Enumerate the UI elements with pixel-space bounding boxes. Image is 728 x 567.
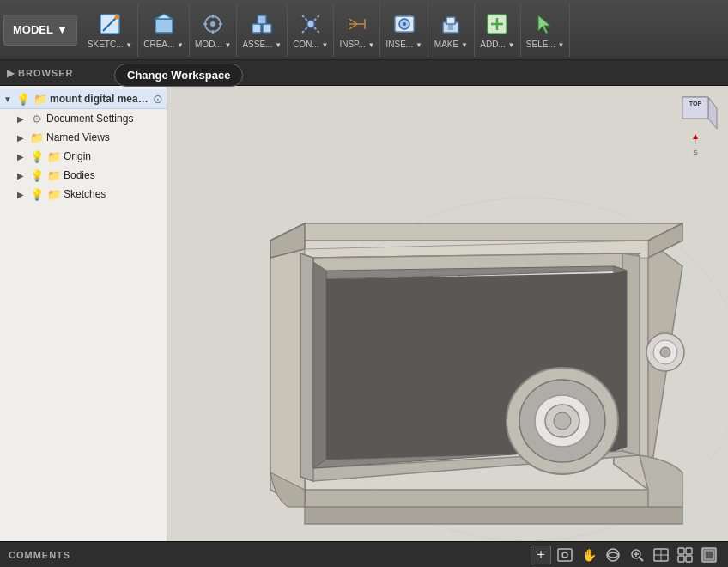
svg-rect-80 bbox=[678, 548, 684, 554]
bodies-label: Bodies bbox=[64, 169, 95, 181]
browser-bar: ▶ BROWSER Change Workspace bbox=[0, 60, 728, 86]
add-comment-button[interactable]: ＋ bbox=[531, 546, 551, 564]
svg-rect-24 bbox=[446, 17, 455, 24]
svg-point-71 bbox=[562, 552, 567, 558]
model-button[interactable]: MODEL ▼ bbox=[3, 15, 77, 46]
root-pin-icon: ⊙ bbox=[153, 92, 163, 106]
svg-marker-39 bbox=[305, 507, 682, 524]
svg-line-74 bbox=[640, 558, 643, 561]
make-label: MAKE ▼ bbox=[434, 40, 468, 49]
construct-icon bbox=[297, 10, 325, 38]
browser-panel: ▼ 💡 📁 mount digital measured rev... ⊙ ▶ … bbox=[0, 86, 167, 541]
named-views-folder-icon: 📁 bbox=[29, 130, 45, 145]
modify-icon bbox=[199, 10, 227, 38]
root-label: mount digital measured rev... bbox=[50, 93, 153, 105]
svg-marker-58 bbox=[313, 262, 326, 468]
svg-rect-85 bbox=[705, 551, 713, 559]
sketch-icon bbox=[96, 10, 124, 38]
svg-marker-44 bbox=[270, 223, 682, 241]
add-icon bbox=[483, 10, 511, 38]
model-dropdown-arrow: ▼ bbox=[57, 23, 68, 36]
toolbar-inspect[interactable]: INSP... ▼ bbox=[334, 3, 380, 57]
fullscreen-button[interactable] bbox=[699, 546, 719, 564]
root-folder-icon: 📁 bbox=[33, 91, 48, 107]
browser-label: BROWSER bbox=[18, 68, 73, 78]
sketches-bulb-icon: 💡 bbox=[29, 186, 45, 202]
pan-button[interactable]: ✋ bbox=[579, 546, 599, 564]
root-lightbulb-icon: 💡 bbox=[15, 91, 31, 107]
assemble-icon bbox=[248, 10, 276, 38]
toolbar-construct[interactable]: CON... ▼ bbox=[288, 3, 334, 57]
bodies-bulb-icon: 💡 bbox=[29, 168, 45, 183]
browser-expand-arrow[interactable]: ▶ bbox=[7, 67, 15, 79]
svg-rect-81 bbox=[686, 548, 692, 554]
create-icon bbox=[150, 10, 178, 38]
svg-rect-11 bbox=[252, 24, 261, 33]
svg-point-22 bbox=[403, 22, 406, 26]
toolbar-select[interactable]: SELE... ▼ bbox=[521, 3, 571, 57]
tree-item-origin[interactable]: ▶ 💡 📁 Origin bbox=[0, 147, 167, 166]
origin-folder-icon: 📁 bbox=[46, 149, 62, 164]
toolbar-insert[interactable]: INSE... ▼ bbox=[380, 3, 428, 57]
bodies-arrow: ▶ bbox=[17, 171, 29, 180]
doc-settings-arrow: ▶ bbox=[17, 114, 29, 124]
origin-arrow: ▶ bbox=[17, 152, 29, 162]
inspect-icon bbox=[343, 10, 371, 38]
tree-item-bodies[interactable]: ▶ 💡 📁 Bodies bbox=[0, 166, 167, 185]
tree-item-sketches[interactable]: ▶ 💡 📁 Sketches bbox=[0, 185, 167, 204]
svg-marker-54 bbox=[300, 253, 313, 481]
comments-label: COMMENTS bbox=[9, 550, 70, 560]
sketches-label: Sketches bbox=[64, 188, 106, 200]
svg-point-6 bbox=[210, 21, 215, 27]
toolbar-assemble[interactable]: ASSE... ▼ bbox=[237, 3, 288, 57]
toolbar-make[interactable]: MAKE ▼ bbox=[428, 3, 475, 57]
svg-point-72 bbox=[607, 549, 619, 561]
main-area: ▼ 💡 📁 mount digital measured rev... ⊙ ▶ … bbox=[0, 86, 728, 541]
add-label: ADD... ▼ bbox=[480, 40, 514, 49]
inspect-label: INSP... ▼ bbox=[339, 40, 374, 49]
svg-marker-31 bbox=[708, 97, 717, 129]
toolbar-create[interactable]: CREA... ▼ bbox=[138, 3, 190, 57]
view-mode-button[interactable] bbox=[651, 546, 671, 564]
tree-item-named-views[interactable]: ▶ 📁 Named Views bbox=[0, 128, 167, 147]
assemble-label: ASSE... ▼ bbox=[242, 40, 282, 49]
3d-viewport[interactable]: TOP S bbox=[167, 86, 728, 541]
svg-rect-12 bbox=[263, 24, 271, 33]
svg-rect-70 bbox=[558, 549, 572, 561]
svg-point-2 bbox=[115, 15, 119, 20]
gear-icon: ⚙ bbox=[29, 111, 45, 126]
display-mode-button[interactable] bbox=[555, 546, 575, 564]
construct-label: CON... ▼ bbox=[293, 40, 328, 49]
toolbar-sketch[interactable]: SKETC... ▼ bbox=[82, 3, 138, 57]
insert-icon bbox=[391, 10, 418, 38]
toolbar-modify[interactable]: MOD... ▼ bbox=[190, 3, 237, 57]
tree-root: ▼ 💡 📁 mount digital measured rev... ⊙ ▶ … bbox=[0, 86, 167, 207]
bottom-icons: ＋ ✋ bbox=[531, 546, 719, 564]
tree-root-item[interactable]: ▼ 💡 📁 mount digital measured rev... ⊙ bbox=[0, 89, 167, 109]
svg-marker-38 bbox=[270, 490, 682, 507]
origin-label: Origin bbox=[64, 150, 91, 162]
origin-bulb-icon: 💡 bbox=[29, 149, 45, 164]
svg-marker-41 bbox=[270, 241, 305, 507]
tree-item-doc-settings[interactable]: ▶ ⚙ Document Settings bbox=[0, 109, 167, 128]
svg-rect-13 bbox=[258, 15, 266, 24]
make-icon bbox=[437, 10, 464, 38]
3d-model bbox=[202, 129, 728, 541]
root-collapse-arrow: ▼ bbox=[3, 94, 15, 104]
zoom-button[interactable] bbox=[627, 546, 647, 564]
main-toolbar: MODEL ▼ SKETC... ▼ CREA... ▼ bbox=[0, 0, 728, 60]
orbit-button[interactable] bbox=[603, 546, 623, 564]
svg-rect-3 bbox=[155, 19, 173, 33]
svg-point-69 bbox=[660, 347, 670, 357]
svg-rect-83 bbox=[686, 556, 692, 562]
named-views-label: Named Views bbox=[46, 131, 110, 143]
change-workspace-tooltip[interactable]: Change Workspace bbox=[114, 64, 243, 87]
grid-button[interactable] bbox=[675, 546, 695, 564]
sketch-label: SKETC... ▼ bbox=[88, 40, 132, 49]
bottom-bar: COMMENTS ＋ ✋ bbox=[0, 541, 728, 567]
svg-point-17 bbox=[307, 21, 314, 27]
toolbar-add[interactable]: ADD... ▼ bbox=[475, 3, 521, 57]
svg-marker-4 bbox=[155, 14, 173, 19]
modify-label: MOD... ▼ bbox=[195, 40, 231, 49]
sketches-folder-icon: 📁 bbox=[46, 186, 62, 202]
